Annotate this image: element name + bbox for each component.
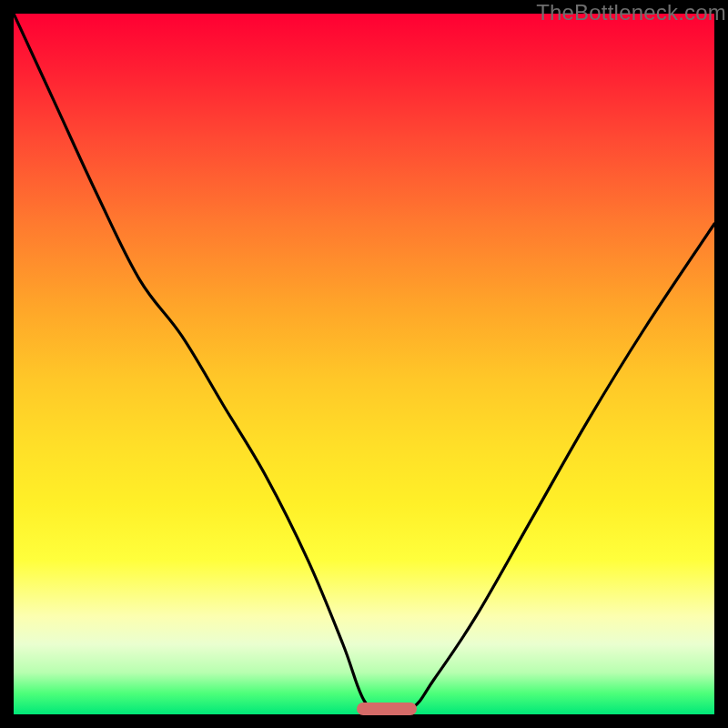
watermark-text: TheBottleneck.com (536, 0, 726, 25)
curve-path (14, 14, 714, 714)
bottleneck-marker (357, 703, 416, 715)
bottleneck-curve (14, 14, 714, 714)
plot-area (14, 14, 714, 714)
chart-frame: TheBottleneck.com (0, 0, 728, 728)
